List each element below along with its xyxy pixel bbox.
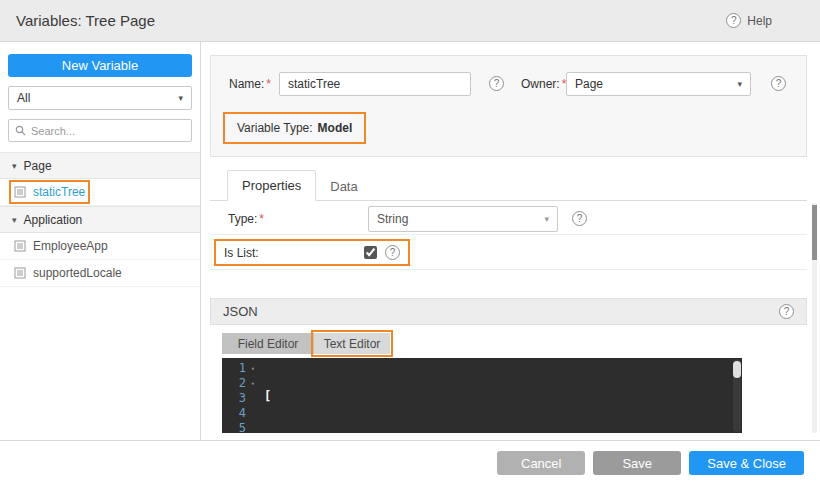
variable-type-label: Variable Type: bbox=[237, 121, 313, 135]
type-value: String bbox=[377, 212, 408, 226]
line-number-gutter: 1▾ 2▾ 3 4 5 bbox=[222, 358, 256, 433]
variable-search bbox=[8, 119, 192, 142]
caret-down-icon: ▾ bbox=[178, 93, 183, 103]
tree-group-label: Application bbox=[24, 213, 83, 227]
required-marker: * bbox=[266, 77, 271, 91]
type-label: Type:* bbox=[228, 212, 264, 226]
variables-sidebar: New Variable All ▾ ▾ Page staticTree ▾ A… bbox=[0, 42, 201, 440]
highlight-box-statictree: staticTree bbox=[14, 185, 85, 199]
variable-summary-form: Name:* ? Owner:* Page ▾ ? Variable Type:… bbox=[210, 55, 807, 157]
variable-icon bbox=[14, 240, 26, 252]
editor-scrollbar-thumb[interactable] bbox=[733, 361, 741, 378]
panel-scrollbar-thumb[interactable] bbox=[812, 205, 817, 260]
tab-properties[interactable]: Properties bbox=[227, 170, 316, 201]
required-marker: * bbox=[259, 212, 264, 226]
islist-checkbox[interactable] bbox=[364, 246, 377, 259]
search-icon bbox=[15, 125, 26, 136]
fold-icon[interactable]: ▾ bbox=[251, 362, 255, 377]
owner-value: Page bbox=[575, 77, 603, 91]
editor-scrollbar[interactable] bbox=[733, 359, 741, 432]
variable-filter-dropdown[interactable]: All ▾ bbox=[8, 86, 192, 110]
editor-tabs: Properties Data bbox=[210, 170, 807, 201]
json-title: JSON bbox=[223, 304, 258, 319]
code-content[interactable]: [ { "label": "item1", "icon": "fa fa-ali… bbox=[256, 358, 481, 433]
caret-down-icon: ▾ bbox=[12, 215, 17, 225]
tree-group-application[interactable]: ▾ Application bbox=[0, 206, 200, 233]
field-editor-tab[interactable]: Field Editor bbox=[222, 333, 314, 354]
caret-down-icon: ▾ bbox=[737, 79, 742, 89]
name-help-icon[interactable]: ? bbox=[489, 76, 504, 91]
search-input[interactable] bbox=[31, 125, 185, 137]
variable-editor-panel: Name:* ? Owner:* Page ▾ ? Variable Type:… bbox=[201, 42, 820, 440]
text-editor-tab[interactable]: Text Editor bbox=[314, 333, 390, 354]
caret-down-icon: ▾ bbox=[12, 161, 17, 171]
tree-group-label: Page bbox=[24, 159, 52, 173]
tree-item-label: EmployeeApp bbox=[33, 239, 108, 253]
highlight-box-variable-type: Variable Type: Model bbox=[223, 112, 366, 144]
save-button[interactable]: Save bbox=[593, 451, 681, 475]
tree-item-label: supportedLocale bbox=[33, 266, 122, 280]
owner-dropdown[interactable]: Page ▾ bbox=[566, 72, 751, 96]
help-label: Help bbox=[747, 14, 772, 28]
title-bar: Variables: Tree Page ? Help bbox=[0, 0, 820, 42]
variable-tree: ▾ Page staticTree ▾ Application Employee… bbox=[0, 152, 200, 287]
cancel-button[interactable]: Cancel bbox=[497, 451, 585, 475]
json-editor-mode-tabs: Field Editor Text Editor bbox=[222, 333, 390, 354]
page-title: Variables: Tree Page bbox=[16, 12, 155, 29]
owner-label: Owner:* bbox=[521, 77, 566, 91]
tree-item-statictree[interactable]: staticTree bbox=[0, 179, 200, 206]
tree-item-supportedlocale[interactable]: supportedLocale bbox=[0, 260, 200, 287]
variable-icon bbox=[14, 267, 26, 279]
type-dropdown[interactable]: String ▾ bbox=[368, 206, 558, 232]
property-row-islist: Is List: ? bbox=[210, 235, 807, 270]
tab-data[interactable]: Data bbox=[316, 172, 371, 201]
json-code-editor[interactable]: 1▾ 2▾ 3 4 5 [ { "label": "item1", "icon"… bbox=[222, 358, 742, 433]
tree-item-employeeapp[interactable]: EmployeeApp bbox=[0, 233, 200, 260]
islist-help-icon[interactable]: ? bbox=[385, 245, 400, 260]
tree-group-page[interactable]: ▾ Page bbox=[0, 152, 200, 179]
json-section-header: JSON ? bbox=[210, 298, 807, 325]
owner-help-icon[interactable]: ? bbox=[771, 76, 786, 91]
new-variable-button[interactable]: New Variable bbox=[8, 54, 192, 77]
help-button[interactable]: ? Help bbox=[726, 13, 772, 28]
name-label: Name:* bbox=[229, 77, 271, 91]
name-input[interactable] bbox=[279, 72, 471, 96]
islist-label: Is List: bbox=[224, 246, 364, 260]
chevron-down-icon: ▾ bbox=[544, 214, 549, 224]
fold-icon[interactable]: ▾ bbox=[251, 377, 255, 392]
variable-icon bbox=[14, 186, 26, 198]
help-icon: ? bbox=[726, 13, 741, 28]
property-row-type: Type:* String ▾ ? bbox=[210, 202, 807, 235]
variable-type-value: Model bbox=[318, 121, 353, 135]
tree-item-label: staticTree bbox=[33, 185, 85, 199]
variable-filter-value: All bbox=[17, 91, 30, 105]
save-and-close-button[interactable]: Save & Close bbox=[689, 451, 804, 475]
highlight-box-islist: Is List: ? bbox=[214, 239, 410, 266]
type-help-icon[interactable]: ? bbox=[572, 211, 587, 226]
action-bar: Cancel Save Save & Close bbox=[0, 440, 820, 491]
panel-scrollbar[interactable] bbox=[812, 203, 817, 433]
json-help-icon[interactable]: ? bbox=[779, 304, 794, 319]
